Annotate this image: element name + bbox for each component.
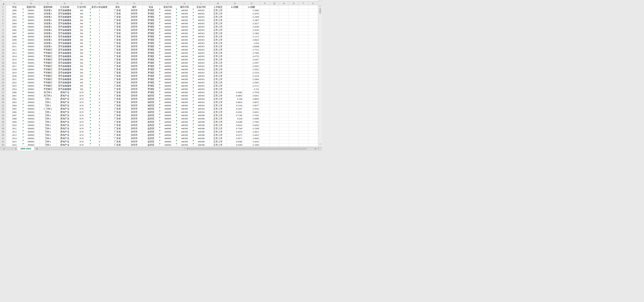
cell-M18[interactable]: 正常上市 <box>210 61 226 64</box>
cell-T19[interactable] <box>299 64 308 68</box>
cell-M33[interactable]: 正常上市 <box>210 110 226 114</box>
cell-C5[interactable]: 深发展A <box>40 19 56 22</box>
cell-P38[interactable] <box>260 127 270 130</box>
cell-L10[interactable]: 440303 <box>193 35 210 38</box>
cell-K5[interactable]: 440300 <box>176 19 193 22</box>
cell-O41[interactable]: -3.4602 <box>243 137 260 140</box>
cell-T27[interactable] <box>299 91 308 94</box>
cell-U2[interactable] <box>308 9 318 12</box>
cell-O27[interactable]: -3.7978 <box>243 91 260 94</box>
cell-I36[interactable]: 盐田区 <box>143 120 160 124</box>
cell-I12[interactable]: 罗湖区 <box>143 42 160 45</box>
cell-F27[interactable]: 0 <box>90 91 109 94</box>
cell-S28[interactable] <box>289 94 299 98</box>
column-header-I[interactable]: I <box>143 2 160 5</box>
cell-H17[interactable]: 深圳市 <box>126 58 143 61</box>
cell-S35[interactable] <box>289 117 299 120</box>
cell-P28[interactable] <box>260 94 270 98</box>
cell-H33[interactable]: 深圳市 <box>126 110 143 114</box>
cell-E23[interactable]: J66 <box>73 78 90 81</box>
cell-D41[interactable]: 房地产业 <box>56 137 73 140</box>
cell-S14[interactable] <box>289 48 299 52</box>
cell-O40[interactable]: -3.4433 <box>243 134 260 137</box>
row-header-30[interactable]: 30 <box>0 101 6 104</box>
cell-I34[interactable]: 盐田区 <box>143 114 160 117</box>
cell-A22[interactable]: 2020 <box>6 74 23 78</box>
cell-Q26[interactable] <box>270 88 279 91</box>
cell-E13[interactable]: J66 <box>73 45 90 48</box>
cell-M31[interactable]: 正常上市 <box>210 104 226 107</box>
cell-L40[interactable]: 440308 <box>193 134 210 137</box>
cell-E20[interactable]: J66 <box>73 68 90 71</box>
cell-R8[interactable] <box>279 28 289 32</box>
cell-U40[interactable] <box>308 134 318 137</box>
cell-M34[interactable]: 正常上市 <box>210 114 226 117</box>
cell-C4[interactable]: 深发展A <box>40 16 56 19</box>
cell-N28[interactable]: 0.6893 <box>226 94 243 98</box>
cell-D42[interactable]: 房地产业 <box>56 140 73 144</box>
cell-T21[interactable] <box>299 71 308 74</box>
cell-A23[interactable]: 2021 <box>6 78 23 81</box>
cell-J7[interactable]: 440000 <box>160 25 176 28</box>
cell-U34[interactable] <box>308 114 318 117</box>
cell-B5[interactable]: 000001 <box>23 19 40 22</box>
cell-A12[interactable]: 2010 <box>6 42 23 45</box>
cell-N38[interactable]: 0.7549 <box>226 127 243 130</box>
cell-K16[interactable]: 440300 <box>176 55 193 58</box>
cell-E8[interactable]: J66 <box>73 28 90 32</box>
cell-S30[interactable] <box>289 101 299 104</box>
cell-B16[interactable]: 000001 <box>23 55 40 58</box>
cell-A20[interactable]: 2018 <box>6 68 23 71</box>
cell-A17[interactable]: 2015 <box>6 58 23 61</box>
cell-A31[interactable]: 2004 <box>6 104 23 107</box>
cell-P7[interactable] <box>260 25 270 28</box>
cell-M6[interactable]: 正常上市 <box>210 22 226 25</box>
cell-M41[interactable]: 正常上市 <box>210 137 226 140</box>
cell-F29[interactable]: 0 <box>90 98 109 101</box>
cell-D6[interactable]: 货币金融服务 <box>56 22 73 25</box>
cell-J17[interactable]: 440000 <box>160 58 176 61</box>
cell-T42[interactable] <box>299 140 308 144</box>
cell-H36[interactable]: 深圳市 <box>126 120 143 124</box>
cell-F17[interactable]: 1 <box>90 58 109 61</box>
cell-D3[interactable]: 货币金融服务 <box>56 12 73 16</box>
cell-O28[interactable]: -3.8361 <box>243 94 260 98</box>
cell-R30[interactable] <box>279 101 289 104</box>
cell-C27[interactable]: 深万科A <box>40 91 56 94</box>
cell-G13[interactable]: 广东省 <box>109 45 126 48</box>
cell-Q3[interactable] <box>270 12 279 16</box>
cell-T9[interactable] <box>299 32 308 35</box>
cell-T35[interactable] <box>299 117 308 120</box>
cell-F22[interactable]: 1 <box>90 74 109 78</box>
cell-G38[interactable]: 广东省 <box>109 127 126 130</box>
cell-P23[interactable] <box>260 78 270 81</box>
cell-S41[interactable] <box>289 137 299 140</box>
cell-E18[interactable]: J66 <box>73 61 90 64</box>
cell-R29[interactable] <box>279 98 289 101</box>
cell-L21[interactable]: 440303 <box>193 71 210 74</box>
cell-I16[interactable]: 罗湖区 <box>143 55 160 58</box>
cell-G9[interactable]: 广东省 <box>109 32 126 35</box>
cell-O26[interactable]: -2.532 <box>243 88 260 91</box>
cell-L3[interactable]: 440303 <box>193 12 210 16</box>
cell-E9[interactable]: J66 <box>73 32 90 35</box>
row-header-27[interactable]: 27 <box>0 91 6 94</box>
cell-H10[interactable]: 深圳市 <box>126 35 143 38</box>
cell-A6[interactable]: 2004 <box>6 22 23 25</box>
cell-L43[interactable]: 440308 <box>193 144 210 147</box>
cell-S15[interactable] <box>289 52 299 55</box>
cell-B39[interactable]: 000002 <box>23 130 40 134</box>
cell-Q10[interactable] <box>270 35 279 38</box>
cell-J4[interactable]: 440000 <box>160 16 176 19</box>
cell-R10[interactable] <box>279 35 289 38</box>
cell-E14[interactable]: J66 <box>73 48 90 52</box>
cell-O29[interactable]: -3.8695 <box>243 98 260 101</box>
cell-N6[interactable] <box>226 22 243 25</box>
cell-Q19[interactable] <box>270 64 279 68</box>
cell-D15[interactable]: 货币金融服务 <box>56 52 73 55</box>
cell-G28[interactable]: 广东省 <box>109 94 126 98</box>
row-header-39[interactable]: 39 <box>0 130 6 134</box>
cell-B3[interactable]: 000001 <box>23 12 40 16</box>
cell-M4[interactable]: 正常上市 <box>210 16 226 19</box>
cell-A9[interactable]: 2007 <box>6 32 23 35</box>
